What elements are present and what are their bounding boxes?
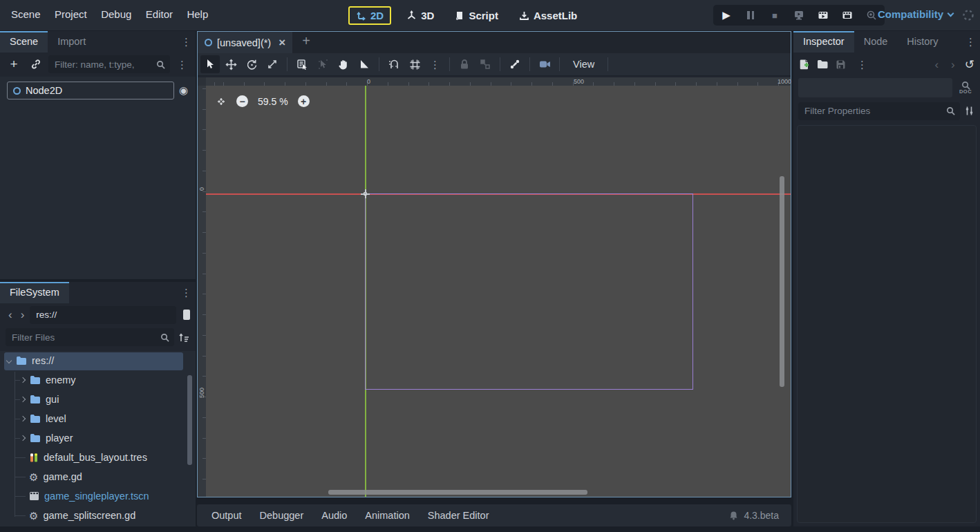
hand-icon (338, 59, 349, 70)
history-back-icon[interactable]: ‹ (932, 59, 941, 70)
inspector-menu-icon[interactable]: ⋮ (961, 31, 980, 53)
nav-forward-icon[interactable]: › (18, 309, 28, 321)
save-icon[interactable] (836, 59, 846, 70)
tab-node[interactable]: Node (854, 31, 898, 53)
canvas-area[interactable]: − 59.5 % + (206, 86, 791, 497)
chevron-right-icon[interactable] (20, 377, 26, 383)
sort-icon[interactable] (178, 332, 190, 343)
scene-filter-input[interactable] (48, 55, 170, 73)
tab-import[interactable]: Import (48, 31, 95, 53)
workspace-script-button[interactable]: Script (449, 7, 504, 24)
zoom-out-button[interactable]: − (236, 95, 248, 107)
object-name-field (798, 78, 952, 97)
2d-viewport[interactable]: 0 500 1000 0 500 − 59.5 % + (198, 77, 791, 497)
menu-scene[interactable]: Scene (6, 0, 46, 28)
add-node-button[interactable]: + (4, 55, 23, 73)
horizontal-scrollbar[interactable] (328, 490, 587, 495)
pause-button[interactable] (744, 9, 757, 21)
notification-bell-icon[interactable] (729, 511, 738, 520)
file-row-player[interactable]: player (0, 428, 196, 448)
view-menu-button[interactable]: View (565, 59, 603, 70)
remote-debug-button[interactable] (793, 9, 805, 21)
grid-snap-button[interactable] (405, 55, 424, 73)
chevron-right-icon[interactable] (20, 397, 26, 402)
skeleton-options-button[interactable] (505, 55, 525, 73)
tab-history[interactable]: History (897, 31, 948, 53)
pan-tool-button[interactable] (334, 55, 353, 73)
tab-scene[interactable]: Scene (0, 31, 48, 53)
file-row-enemy[interactable]: enemy (0, 370, 196, 390)
new-scene-tab-button[interactable]: + (292, 32, 320, 53)
split-mode-button[interactable] (183, 310, 190, 320)
file-row-game-splitscreen-gd[interactable]: ⚙ game_splitscreen.gd (0, 506, 196, 525)
node-rename-field[interactable]: Node2D (7, 82, 174, 99)
bottom-tab-debugger[interactable]: Debugger (251, 510, 313, 521)
play-button[interactable]: ▶ (720, 9, 733, 21)
scene-tab-unsaved[interactable]: [unsaved](*) × (198, 32, 292, 53)
file-row-default-bus-layout[interactable]: default_bus_layout.tres (0, 448, 196, 467)
file-row-gui[interactable]: gui (0, 390, 196, 409)
bottom-tab-shader-editor[interactable]: Shader Editor (419, 510, 498, 521)
file-row-game-gd[interactable]: ⚙ game.gd (0, 467, 196, 486)
workspace-assetlib-button[interactable]: AssetLib (513, 7, 583, 24)
visibility-eye-icon[interactable]: ◉ (174, 84, 190, 97)
file-tree-scrollbar[interactable] (187, 375, 192, 465)
chevron-right-icon[interactable] (20, 435, 26, 441)
menu-project[interactable]: Project (49, 0, 93, 28)
path-field[interactable] (30, 306, 176, 324)
property-filter-input[interactable] (798, 102, 960, 120)
move-tool-button[interactable] (221, 55, 241, 73)
rotate-tool-button[interactable] (242, 55, 261, 73)
history-forward-icon[interactable]: › (948, 59, 958, 70)
edit-history-icon[interactable]: ↺ (965, 59, 974, 70)
scale-tool-button[interactable] (263, 55, 282, 73)
list-select-tool-button[interactable] (292, 55, 312, 73)
chevron-right-icon[interactable] (20, 416, 26, 421)
grid-snap-icon (409, 59, 421, 70)
vertical-scrollbar[interactable] (780, 176, 784, 387)
file-row-game-singleplayer-tscn[interactable]: game_singleplayer.tscn (0, 486, 196, 506)
bottom-tab-audio[interactable]: Audio (312, 510, 356, 521)
menu-debug[interactable]: Debug (95, 0, 137, 28)
ruler-tool-button[interactable] (355, 55, 374, 73)
scene-tree-menu-icon[interactable]: ⋮ (173, 54, 191, 75)
zoom-in-button[interactable]: + (298, 95, 310, 107)
move-pivot-tool-button[interactable] (313, 55, 332, 73)
open-docs-button[interactable]: DOC (957, 78, 974, 97)
tab-inspector[interactable]: Inspector (793, 31, 854, 53)
stop-button[interactable]: ■ (769, 9, 781, 21)
preview-camera-button[interactable] (535, 55, 554, 73)
nav-back-icon[interactable]: ‹ (6, 309, 15, 321)
instance-scene-button[interactable] (26, 55, 46, 73)
tab-filesystem[interactable]: FileSystem (0, 282, 69, 303)
group-object-button[interactable] (475, 55, 495, 73)
play-scene-button[interactable] (817, 9, 829, 21)
inspector-empty-content (797, 125, 977, 523)
filesystem-tabs: FileSystem ⋮ (0, 282, 196, 303)
file-row-res-root[interactable]: res:// (0, 351, 196, 370)
menu-help[interactable]: Help (181, 0, 214, 28)
snap-options-menu-icon[interactable]: ⋮ (426, 54, 444, 75)
bottom-tab-animation[interactable]: Animation (356, 510, 418, 521)
lock-object-button[interactable] (455, 55, 474, 73)
file-row-level[interactable]: level (0, 409, 196, 428)
scene-tree-row-node2d[interactable]: Node2D ◉ (7, 81, 190, 100)
select-tool-button[interactable] (200, 55, 220, 73)
file-filter-input[interactable] (6, 328, 174, 346)
inspector-tools-menu-icon[interactable]: ⋮ (853, 54, 871, 75)
menu-editor[interactable]: Editor (140, 0, 178, 28)
filesystem-menu-icon[interactable]: ⋮ (177, 282, 196, 303)
workspace-2d-button[interactable]: 2D (348, 6, 391, 25)
play-custom-scene-button[interactable] (841, 9, 854, 21)
center-view-icon[interactable] (216, 96, 227, 107)
workspace-3d-button[interactable]: 3D (401, 7, 440, 24)
new-resource-icon[interactable] (799, 59, 810, 70)
property-tools-icon[interactable] (964, 106, 974, 116)
renderer-selector[interactable]: Compatibility (876, 6, 954, 23)
zoom-percent-label[interactable]: 59.5 % (258, 96, 288, 107)
load-resource-folder-icon[interactable] (817, 59, 829, 69)
scene-dock-menu-icon[interactable]: ⋮ (177, 31, 196, 53)
bottom-tab-output[interactable]: Output (202, 510, 251, 521)
smart-snap-button[interactable] (384, 55, 404, 73)
close-icon[interactable]: × (276, 36, 285, 50)
